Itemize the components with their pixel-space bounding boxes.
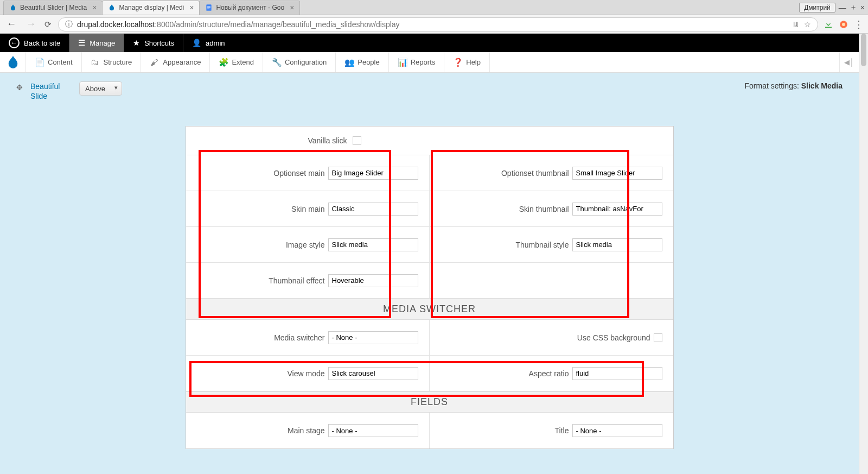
gdoc-favicon-icon xyxy=(205,4,213,11)
aspect-ratio-input[interactable] xyxy=(572,367,662,380)
thumbnail-style-input[interactable] xyxy=(572,238,662,251)
puzzle-icon: 🧩 xyxy=(219,58,227,67)
optionset-thumbnail-label: Optionset thumbnail xyxy=(501,169,569,178)
menu-people-label: People xyxy=(358,58,379,66)
vertical-scrollbar[interactable] xyxy=(859,34,868,474)
extension-download-icon[interactable] xyxy=(824,20,833,29)
star-icon: ★ xyxy=(133,39,140,47)
menu-reports[interactable]: 📊Reports xyxy=(389,52,445,72)
section-fields-title: FIELDS xyxy=(186,391,673,413)
url-path: :8000/admin/structure/media/manage/beaut… xyxy=(155,20,399,29)
profile-badge[interactable]: Дмитрий xyxy=(799,3,835,12)
browser-chrome: Beautiful Slider | Media × Manage displa… xyxy=(0,0,868,15)
thumbnail-style-label: Thumbnail style xyxy=(515,241,569,249)
title-field-label: Title xyxy=(555,426,569,435)
close-icon[interactable]: × xyxy=(92,3,97,12)
extension-circle-icon[interactable] xyxy=(839,20,848,29)
tab-title: Beautiful Slider | Media xyxy=(20,4,87,11)
minimize-icon[interactable]: — xyxy=(839,3,846,12)
field-display-row: ✥ Beautiful Slide Above Format settings:… xyxy=(16,81,843,101)
view-mode-input[interactable] xyxy=(328,367,418,380)
drupal-favicon-icon xyxy=(9,4,17,11)
menu-content-label: Content xyxy=(48,58,73,66)
shortcuts-button[interactable]: ★ Shortcuts xyxy=(124,34,183,52)
drupal-logo-icon xyxy=(7,55,19,69)
browser-tab-0[interactable]: Beautiful Slider | Media × xyxy=(3,1,103,15)
menu-help-label: Help xyxy=(466,58,481,66)
menu-appearance[interactable]: 🖌Appearance xyxy=(141,52,210,72)
wrench-icon: 🔧 xyxy=(272,58,280,67)
media-switcher-input[interactable] xyxy=(328,331,418,344)
image-style-input[interactable] xyxy=(328,238,418,251)
browser-tab-1-active[interactable]: Manage display | Medi × xyxy=(102,1,200,15)
label-position-select[interactable]: Above xyxy=(79,81,122,96)
file-icon: 📄 xyxy=(35,58,43,67)
use-css-bg-checkbox[interactable] xyxy=(654,333,662,342)
use-css-bg-label: Use CSS background xyxy=(577,333,650,342)
menu-configuration-label: Configuration xyxy=(285,58,327,66)
format-settings: Format settings: Slick Media xyxy=(744,81,843,90)
menu-people[interactable]: 👥People xyxy=(336,52,388,72)
bookmark-star-icon[interactable]: ☆ xyxy=(804,20,811,29)
optionset-main-label: Optionset main xyxy=(273,169,324,178)
menu-help[interactable]: ❓Help xyxy=(444,52,490,72)
url-field[interactable]: ⓘ drupal.docker.localhost:8000/admin/str… xyxy=(58,17,818,31)
svg-rect-3 xyxy=(208,9,210,9)
svg-point-6 xyxy=(842,23,845,26)
drag-handle-icon[interactable]: ✥ xyxy=(16,83,23,92)
skin-thumbnail-input[interactable] xyxy=(572,203,662,216)
field-name-line2: Slide xyxy=(30,92,47,100)
menu-configuration[interactable]: 🔧Configuration xyxy=(263,52,336,72)
chart-icon: 📊 xyxy=(398,58,406,67)
kebab-menu-icon[interactable]: ⋮ xyxy=(854,18,864,30)
vanilla-slick-label: Vanilla slick xyxy=(308,136,347,145)
thumbnail-effect-label: Thumbnail effect xyxy=(269,276,324,285)
translate-icon[interactable]: ⩏ xyxy=(792,20,800,29)
title-field-input[interactable] xyxy=(572,424,662,437)
field-name: Beautiful Slide xyxy=(30,81,72,101)
menu-structure-label: Structure xyxy=(104,58,132,66)
optionset-main-input[interactable] xyxy=(328,167,418,180)
window-close-icon[interactable]: × xyxy=(860,3,865,12)
format-settings-panel: Vanilla slick Optionset main Optionset t… xyxy=(186,126,674,449)
admin-menubar: 📄Content 🗂Structure 🖌Appearance 🧩Extend … xyxy=(0,52,859,73)
vanilla-slick-checkbox[interactable] xyxy=(353,136,361,145)
back-icon[interactable]: ← xyxy=(4,17,18,31)
field-name-line1: Beautiful xyxy=(30,82,60,91)
maximize-icon[interactable]: ＋ xyxy=(850,3,857,12)
tab-title: Новый документ - Goo xyxy=(216,4,284,11)
image-style-label: Image style xyxy=(286,241,325,249)
main-stage-label: Main stage xyxy=(288,426,324,435)
drupal-logo[interactable] xyxy=(0,52,26,72)
format-settings-name: Slick Media xyxy=(801,81,843,90)
view-mode-label: View mode xyxy=(287,369,324,378)
media-switcher-label: Media switcher xyxy=(274,333,324,342)
menu-structure[interactable]: 🗂Structure xyxy=(82,52,142,72)
manage-button[interactable]: ☰ Manage xyxy=(69,34,124,52)
close-icon[interactable]: × xyxy=(189,3,194,12)
skin-thumbnail-label: Skin thumbnail xyxy=(519,205,569,213)
menu-appearance-label: Appearance xyxy=(163,58,201,66)
url-host: drupal.docker.localhost xyxy=(77,20,155,29)
user-icon: 👤 xyxy=(192,39,201,47)
menu-content[interactable]: 📄Content xyxy=(26,52,82,72)
scrollbar-thumb[interactable] xyxy=(861,34,866,66)
browser-tab-2[interactable]: Новый документ - Goo × xyxy=(199,1,300,15)
content-area: ✥ Beautiful Slide Above Format settings:… xyxy=(0,73,859,474)
address-bar: ← → ⟳ ⓘ drupal.docker.localhost:8000/adm… xyxy=(0,15,868,34)
back-to-site-button[interactable]: Back to site xyxy=(0,34,69,52)
aspect-ratio-label: Aspect ratio xyxy=(529,369,569,378)
forward-icon: → xyxy=(24,17,38,31)
optionset-thumbnail-input[interactable] xyxy=(572,167,662,180)
menu-extend[interactable]: 🧩Extend xyxy=(210,52,263,72)
info-icon[interactable]: ⓘ xyxy=(65,20,73,29)
reload-icon[interactable]: ⟳ xyxy=(43,18,53,30)
shortcuts-label: Shortcuts xyxy=(144,39,174,47)
skin-main-input[interactable] xyxy=(328,203,418,216)
toolbar-orientation-toggle[interactable]: ◀│ xyxy=(839,52,859,72)
thumbnail-effect-input[interactable] xyxy=(328,274,418,287)
account-button[interactable]: 👤 admin xyxy=(183,34,233,52)
close-icon[interactable]: × xyxy=(290,3,294,12)
main-stage-input[interactable] xyxy=(328,424,418,437)
manage-label: Manage xyxy=(90,39,115,47)
